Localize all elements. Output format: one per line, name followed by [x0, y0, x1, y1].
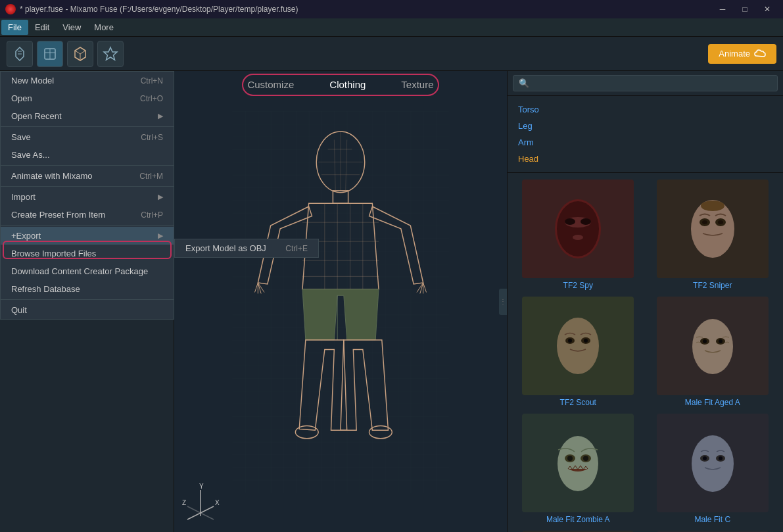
quit-label: Quit	[11, 305, 27, 315]
open-label: Open	[11, 93, 32, 103]
animate-label: Animate	[719, 49, 750, 59]
toolbar: Animate	[0, 37, 783, 71]
viewport-tabs: Customize Clothing Texture	[174, 71, 507, 97]
separator-4	[1, 225, 174, 226]
collapse-dots: ⋮	[500, 298, 506, 305]
toolbar-btn-3[interactable]	[67, 41, 93, 67]
separator-2	[1, 165, 174, 166]
svg-point-55	[558, 436, 598, 491]
menu-new-model[interactable]: New Model Ctrl+N	[1, 72, 174, 89]
menu-view[interactable]: View	[56, 20, 87, 35]
toolbar-btn-4[interactable]	[97, 41, 124, 67]
list-item[interactable]: TF2 Spy	[514, 180, 642, 290]
export-obj-label: Export Model as OBJ	[185, 243, 266, 253]
animate-mixamo-label: Animate with Mixamo	[11, 171, 93, 181]
svg-point-37	[581, 218, 591, 225]
menu-animate-mixamo[interactable]: Animate with Mixamo Ctrl+M	[1, 167, 174, 185]
export-model-obj[interactable]: Export Model as OBJ Ctrl+E	[175, 239, 318, 257]
browse-imported-label: Browse Imported Files	[11, 249, 96, 258]
star-icon	[103, 46, 118, 62]
tab-texture[interactable]: Texture	[393, 76, 441, 93]
menu-import[interactable]: Import ▶	[1, 188, 174, 206]
svg-point-50	[692, 319, 733, 374]
animate-mixamo-shortcut: Ctrl+M	[139, 172, 163, 181]
cat-torso[interactable]: Torso	[508, 101, 783, 118]
svg-point-64	[719, 456, 723, 460]
menu-more[interactable]: More	[87, 20, 120, 35]
tab-customize[interactable]: Customize	[239, 76, 302, 93]
create-preset-label: Create Preset From Item	[11, 210, 105, 220]
menu-download-creator[interactable]: Download Content Creator Package	[1, 262, 174, 280]
separator-1	[1, 126, 174, 127]
menu-quit[interactable]: Quit	[1, 301, 174, 319]
character-model-svg	[229, 111, 452, 493]
menu-create-preset[interactable]: Create Preset From Item Ctrl+P	[1, 206, 174, 224]
menu-browse-imported[interactable]: Browse Imported Files	[1, 245, 174, 262]
list-item[interactable]: Male Fit C	[649, 414, 777, 524]
thumbnail-tf2-scout	[522, 297, 634, 395]
animate-button[interactable]: Animate	[708, 44, 776, 64]
menu-export[interactable]: +Export ▶	[1, 227, 174, 245]
svg-point-42	[702, 220, 707, 224]
svg-point-54	[719, 339, 723, 343]
search-input[interactable]	[513, 75, 778, 91]
save-label: Save	[11, 132, 31, 142]
maximize-button[interactable]: □	[734, 2, 755, 16]
thumb-label-tf2-scout: TF2 Scout	[560, 398, 596, 407]
menu-file[interactable]: File	[1, 20, 28, 35]
menu-edit[interactable]: Edit	[28, 20, 56, 35]
close-button[interactable]: ✕	[757, 2, 778, 16]
list-item[interactable]: TF2 Sniper	[649, 180, 777, 290]
thumbnail-male-fit-c	[657, 414, 769, 512]
refresh-db-label: Refresh Database	[11, 284, 80, 294]
open-recent-arrow: ▶	[158, 112, 163, 120]
list-item[interactable]: Male Fit Zombie A	[514, 414, 642, 524]
svg-line-6	[75, 51, 80, 54]
face-tf2-spy-svg	[545, 193, 611, 265]
panel-collapse-handle[interactable]: ⋮	[499, 289, 507, 315]
minimize-button[interactable]: ─	[712, 2, 733, 16]
menu-open-recent[interactable]: Open Recent ▶	[1, 107, 174, 125]
toolbar-btn-2[interactable]	[37, 41, 63, 67]
separator-3	[1, 186, 174, 187]
character-icon	[12, 46, 28, 62]
main-area: New Model Ctrl+N Open Ctrl+O Open Recent…	[0, 71, 783, 532]
import-arrow: ▶	[158, 193, 163, 201]
thumb-label-tf2-spy: TF2 Spy	[563, 281, 593, 290]
svg-line-7	[80, 51, 85, 54]
menu-save[interactable]: Save Ctrl+S	[1, 128, 174, 146]
viewport: Customize Clothing Texture	[174, 71, 507, 532]
svg-point-43	[718, 220, 723, 224]
import-label: Import	[11, 192, 36, 202]
cat-head[interactable]: Head	[508, 151, 783, 167]
list-item[interactable]: TF2 Scout	[514, 297, 642, 407]
cat-leg[interactable]: Leg	[508, 118, 783, 134]
toolbar-btn-1[interactable]	[7, 41, 33, 67]
new-model-label: New Model	[11, 76, 54, 85]
window-controls: ─ □ ✕	[712, 2, 778, 16]
file-dropdown-panel: New Model Ctrl+N Open Ctrl+O Open Recent…	[0, 71, 174, 532]
menu-open[interactable]: Open Ctrl+O	[1, 89, 174, 107]
character-viewport	[174, 97, 507, 506]
face-male-fit-aged-svg	[680, 310, 746, 382]
svg-point-44	[701, 201, 724, 211]
list-item[interactable]: Male Fit Aged A	[649, 297, 777, 407]
menu-save-as[interactable]: Save As...	[1, 146, 174, 164]
cat-arm[interactable]: Arm	[508, 134, 783, 151]
face-tf2-scout-svg	[545, 310, 611, 382]
clothing-icon	[42, 46, 58, 62]
svg-point-38	[573, 235, 583, 240]
tab-clothing[interactable]: Clothing	[321, 76, 373, 93]
svg-point-59	[583, 456, 588, 461]
axes-indicator: Y X Z	[181, 483, 220, 525]
axis-x: X	[215, 499, 220, 506]
create-preset-shortcut: Ctrl+P	[141, 210, 163, 220]
export-obj-shortcut: Ctrl+E	[285, 244, 308, 253]
svg-point-36	[565, 218, 575, 225]
menu-refresh-db[interactable]: Refresh Database	[1, 280, 174, 298]
save-shortcut: Ctrl+S	[141, 133, 163, 142]
svg-point-63	[703, 456, 707, 460]
thumbnail-tf2-spy	[522, 180, 634, 278]
thumb-label-male-fit-zombie-a: Male Fit Zombie A	[546, 515, 610, 524]
axis-z: Z	[182, 499, 186, 506]
